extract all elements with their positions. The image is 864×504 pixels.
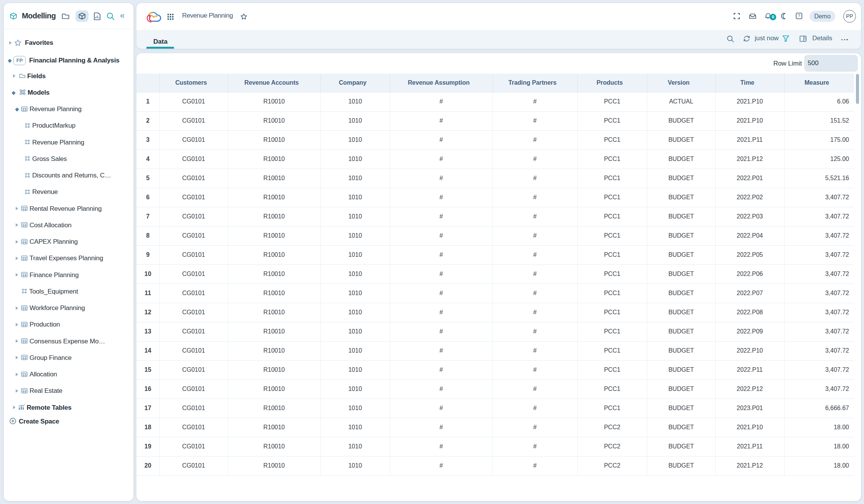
svg-text:?: ? <box>798 13 800 18</box>
